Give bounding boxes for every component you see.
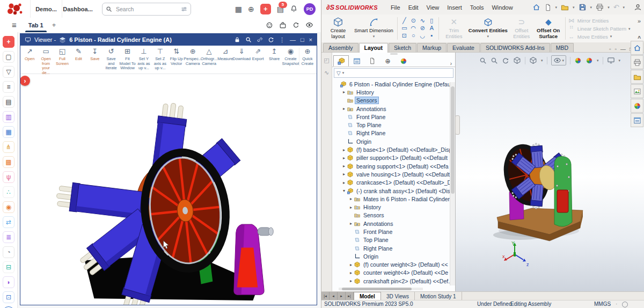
close-button[interactable]: × xyxy=(309,37,312,43)
panel-splitter-handle[interactable] xyxy=(455,115,460,135)
open-caret-icon[interactable]: ▾ xyxy=(573,5,575,10)
linear-pattern-caret-icon[interactable]: ▾ xyxy=(628,27,631,31)
taskpane-custom-properties-button[interactable] xyxy=(631,113,643,127)
add-circle-icon[interactable]: ⊕ xyxy=(248,5,254,13)
tab-scroll-prev-button[interactable]: ◂ xyxy=(330,292,338,300)
home-icon[interactable] xyxy=(532,3,540,11)
login-person-icon[interactable] xyxy=(634,3,642,11)
tree-item-crankcase[interactable]: ▸crankcase<1> (Default) <<Default>_D xyxy=(332,179,455,187)
offset-on-surface-button[interactable]: ◆ Offset On Surface xyxy=(534,16,563,41)
fillet-tool-icon[interactable]: ◡ xyxy=(420,32,426,40)
tasks-button[interactable]: ▤ 5 xyxy=(277,4,284,14)
sidebar-clipboard-icon[interactable]: ▤ xyxy=(3,96,14,108)
edit-button[interactable]: ✎Edit xyxy=(70,48,86,62)
tree-item-mates[interactable]: ▸Mates in 6 Piston - Radial Cylinder I xyxy=(332,195,455,203)
sidebar-windows-icon[interactable]: ▢ xyxy=(3,51,14,63)
spline-tool-icon[interactable]: ∿ xyxy=(420,17,425,25)
tree-item-crankshaft-pin[interactable]: ▸crankshaft pin<2> (Default) <<Def. xyxy=(332,277,455,285)
tree-filter-box[interactable]: ▽ ▾ xyxy=(334,68,453,78)
sidebar-view-icon[interactable]: ◉ xyxy=(3,201,14,213)
sidebar-document-icon[interactable]: ≣ xyxy=(3,231,14,243)
tree-item-annotations2[interactable]: ▸Annotations xyxy=(332,219,455,228)
tree-item-right-plane[interactable]: Right Plane xyxy=(332,129,455,137)
sidebar-history-icon[interactable]: ◔ xyxy=(3,246,14,258)
panel-tabs-overflow-icon[interactable]: › xyxy=(450,61,454,67)
tab-markup[interactable]: Markup xyxy=(417,43,447,52)
tree-item-right-plane2[interactable]: Right Plane xyxy=(332,244,455,252)
apps-grid-icon[interactable]: ▦ xyxy=(235,5,242,13)
solidworks-titlebar[interactable]: ∂S SOLIDWORKS File Edit View Insert Tool… xyxy=(321,0,644,14)
create-new-button[interactable]: + xyxy=(260,4,271,14)
display-style-icon[interactable] xyxy=(529,56,537,64)
tab-solidworks-addins[interactable]: SOLIDWORKS Add-Ins xyxy=(480,43,550,52)
export-button[interactable]: ⇗Export xyxy=(250,48,266,62)
tree-item-origin[interactable]: Origin xyxy=(332,137,455,145)
sidebar-branch-icon[interactable]: ψ xyxy=(3,171,14,183)
dot-tool-icon[interactable]: ▪ xyxy=(430,32,433,40)
displaymanager-tab[interactable] xyxy=(396,55,411,67)
menu-window[interactable]: Window xyxy=(492,4,513,11)
smart-dimension-caret-icon[interactable]: ▾ xyxy=(373,34,375,39)
status-chat-icon[interactable] xyxy=(622,302,628,307)
status-units[interactable]: MMGS xyxy=(594,301,611,307)
scene-icon[interactable] xyxy=(586,57,593,64)
sidebar-table-icon[interactable]: ▦ xyxy=(3,126,14,138)
search-box[interactable] xyxy=(102,3,191,16)
tab-sketch[interactable]: Sketch xyxy=(389,43,416,52)
slot-tool-icon[interactable]: ▯ xyxy=(430,17,433,25)
sketch-entity-buttons[interactable]: ╱ ⊙ ∿ ▯ ▭ ◠ ⊘ Α ⊡ ○ ◡ ▪ xyxy=(400,16,436,41)
search-filters-icon[interactable] xyxy=(181,6,187,12)
sidebar-monitor-icon[interactable]: ⊡ xyxy=(3,291,14,303)
taskpane-appearances-button[interactable] xyxy=(631,99,643,113)
create-layout-button[interactable]: Create layout xyxy=(324,16,353,41)
text-tool-icon[interactable]: Α xyxy=(430,25,434,32)
save-button[interactable]: ↧Save xyxy=(87,48,103,62)
bag-icon[interactable] xyxy=(279,21,287,29)
tree-item-root[interactable]: 6 Piston - Radial Cylinder Engine (Defau… xyxy=(332,80,455,88)
sidebar-blocks-icon[interactable]: ▩ xyxy=(3,156,14,168)
eye-icon[interactable] xyxy=(305,21,313,29)
point-tool-icon[interactable]: ⊡ xyxy=(402,32,407,40)
tree-item-top-plane[interactable]: Top Plane xyxy=(332,121,455,129)
taskpane-resources-button[interactable] xyxy=(631,55,643,69)
arc-tool-icon[interactable]: ◠ xyxy=(411,25,416,32)
search-model-icon[interactable] xyxy=(245,36,252,43)
maximize-button[interactable]: □ xyxy=(301,37,304,43)
sidebar-chart-icon[interactable]: ⊟ xyxy=(3,261,14,273)
menu-tools[interactable]: Tools xyxy=(470,4,484,11)
display-style-caret-icon[interactable]: ▾ xyxy=(541,58,543,63)
tree-item-bearing-support[interactable]: ▸bearing support<1> (Default) <<Defa xyxy=(332,162,455,170)
tab-model[interactable]: Model xyxy=(354,292,381,300)
ministrip-motion-icon[interactable]: ∿ xyxy=(324,69,329,76)
tree-item-history[interactable]: ▸History xyxy=(332,88,455,96)
measure-button[interactable]: ⊿Measure xyxy=(217,48,233,62)
tab-tab1[interactable]: Tab 1 xyxy=(27,19,45,32)
sidebar-hierarchy-icon[interactable]: ⋔ xyxy=(3,141,14,153)
sidebar-form-icon[interactable]: ▥ xyxy=(3,111,14,123)
share-button[interactable]: ↥Share xyxy=(266,48,282,62)
download-button[interactable]: ⇓Download xyxy=(233,48,250,62)
open-document-icon[interactable] xyxy=(561,3,569,11)
hide-show-items-button[interactable]: ▾ xyxy=(551,55,567,65)
configurationmanager-tab[interactable] xyxy=(364,55,380,67)
tab-mbd[interactable]: MBD xyxy=(551,43,574,52)
tree-scrollbar[interactable] xyxy=(450,82,455,285)
tree-item-top-plane2[interactable]: Top Plane xyxy=(332,236,455,244)
tab-motion-study-1[interactable]: Motion Study 1 xyxy=(415,292,462,300)
open-from-device-button[interactable]: ▭Open from your de... xyxy=(38,48,54,76)
new-document-icon[interactable] xyxy=(544,4,552,11)
doc-window-icon-1[interactable]: ▫ xyxy=(609,46,611,52)
reload-icon[interactable] xyxy=(268,36,274,43)
tab-scroll-last-button[interactable]: ▸| xyxy=(346,292,354,300)
header-tab-demo[interactable]: Demo... xyxy=(30,0,62,18)
taskpane-design-library-button[interactable] xyxy=(631,70,643,84)
tree-item-piller-support[interactable]: ▸piller support<1> (Default) <<Default xyxy=(332,154,455,162)
taskpane-file-explorer-button[interactable] xyxy=(631,84,643,98)
ministrip-assembly-icon[interactable]: ◰ xyxy=(324,57,329,64)
tree-item-sensors[interactable]: Sensors xyxy=(332,97,455,105)
line-tool-icon[interactable]: ╱ xyxy=(402,17,406,25)
tab-evaluate[interactable]: Evaluate xyxy=(447,43,480,52)
refresh-icon[interactable] xyxy=(292,21,299,28)
tree-item-front-plane2[interactable]: Front Plane xyxy=(332,228,455,236)
search-input[interactable] xyxy=(115,5,178,13)
